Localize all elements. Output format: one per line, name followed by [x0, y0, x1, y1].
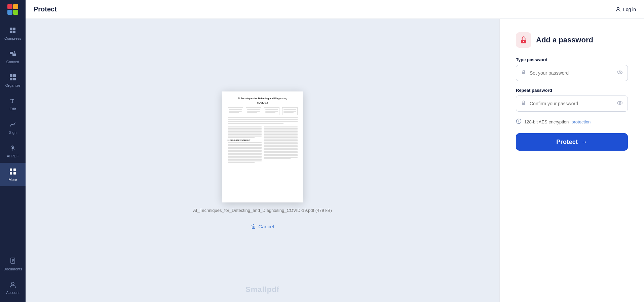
sign-label: Sign — [9, 130, 16, 135]
svg-text:T: T — [10, 98, 14, 104]
ai-pdf-icon — [9, 144, 16, 153]
confirm-password-input[interactable] — [530, 101, 613, 106]
svg-rect-2 — [10, 31, 12, 33]
protect-button-arrow: → — [581, 139, 587, 146]
sidebar-item-compress[interactable]: Compress — [0, 22, 26, 45]
protect-button[interactable]: Protect → — [516, 133, 628, 151]
pdf-preview: AI Techniques for Detecting and Diagnosi… — [222, 91, 303, 202]
topbar: Protect Log in — [26, 0, 644, 19]
sidebar-item-more[interactable]: More — [0, 163, 26, 186]
svg-rect-0 — [10, 28, 12, 30]
protect-button-label: Protect — [556, 139, 578, 146]
right-panel: Add a password Type password — [499, 19, 644, 302]
lock-icon-bg — [516, 32, 531, 48]
lock-small-icon-2 — [521, 100, 526, 107]
page-title: Protect — [34, 5, 57, 13]
lock-icon — [519, 36, 528, 44]
repeat-password-label: Repeat password — [516, 88, 628, 93]
info-icon — [516, 118, 522, 125]
compress-label: Compress — [4, 36, 21, 40]
svg-rect-8 — [10, 78, 12, 80]
lock-small-icon-1 — [521, 70, 526, 76]
svg-rect-7 — [13, 74, 16, 77]
preview-pane: AI Techniques for Detecting and Diagnosi… — [26, 19, 499, 302]
app-logo — [0, 0, 26, 19]
svg-point-11 — [12, 147, 14, 149]
sidebar-item-sign[interactable]: Sign — [0, 116, 26, 139]
eye-icon-1[interactable] — [617, 69, 623, 77]
user-icon — [615, 6, 621, 12]
encryption-link[interactable]: protection — [571, 119, 591, 124]
content-area: AI Techniques for Detecting and Diagnosi… — [26, 19, 644, 302]
svg-rect-1 — [13, 28, 15, 30]
account-icon — [9, 281, 16, 289]
cancel-area: 🗑 Cancel — [251, 224, 274, 230]
eye-icon-2[interactable] — [617, 100, 623, 107]
svg-rect-13 — [13, 168, 16, 171]
pdf-title-2: COVID-19 — [228, 101, 298, 105]
more-label: More — [8, 178, 17, 182]
svg-point-21 — [617, 7, 619, 9]
svg-rect-15 — [13, 172, 16, 175]
set-password-input[interactable] — [530, 70, 613, 76]
encryption-text: 128-bit AES encryption — [524, 119, 569, 124]
svg-rect-27 — [522, 103, 525, 105]
main-wrapper: Protect Log in AI Techniques for Detecti… — [26, 0, 644, 302]
compress-icon — [9, 27, 16, 35]
svg-rect-5 — [12, 53, 16, 56]
panel-title: Add a password — [536, 36, 593, 44]
svg-point-26 — [619, 72, 621, 73]
sidebar-item-convert[interactable]: Convert — [0, 45, 26, 69]
documents-icon — [9, 257, 16, 266]
svg-point-25 — [617, 71, 622, 74]
organize-label: Organize — [5, 83, 21, 87]
svg-rect-14 — [10, 172, 12, 175]
sign-icon — [9, 121, 16, 129]
svg-point-28 — [617, 102, 622, 105]
edit-icon: T — [9, 97, 16, 106]
panel-header: Add a password — [516, 32, 628, 48]
cancel-button[interactable]: 🗑 Cancel — [251, 224, 274, 230]
svg-point-20 — [11, 282, 14, 285]
sidebar-item-ai-pdf[interactable]: AI PDF — [0, 139, 26, 163]
logo-red-cell — [7, 4, 12, 9]
logo-green-cell — [13, 10, 18, 15]
convert-icon — [9, 50, 16, 59]
sidebar-item-documents[interactable]: Documents — [0, 252, 26, 276]
svg-rect-12 — [10, 168, 12, 171]
svg-point-23 — [523, 41, 524, 42]
ai-pdf-label: AI PDF — [7, 154, 18, 158]
pdf-title-1: AI Techniques for Detecting and Diagnosi… — [228, 97, 298, 100]
sidebar-item-edit[interactable]: T Edit — [0, 92, 26, 116]
svg-rect-6 — [10, 74, 12, 77]
type-password-wrap — [516, 65, 628, 81]
convert-label: Convert — [6, 60, 20, 64]
encryption-note: 128-bit AES encryption protection — [516, 118, 628, 125]
edit-label: Edit — [10, 107, 16, 111]
logo-blue-cell — [7, 10, 12, 15]
login-label: Log in — [623, 7, 636, 12]
svg-rect-3 — [13, 31, 15, 33]
documents-label: Documents — [3, 267, 22, 271]
svg-point-29 — [619, 102, 621, 104]
repeat-password-wrap — [516, 96, 628, 112]
watermark: Smallpdf — [245, 285, 279, 294]
organize-icon — [9, 74, 16, 82]
sidebar-item-account[interactable]: Account — [0, 276, 26, 299]
account-label: Account — [6, 291, 20, 295]
type-password-label: Type password — [516, 57, 628, 62]
login-button[interactable]: Log in — [615, 6, 636, 12]
logo-yellow-cell — [13, 4, 18, 9]
cancel-label: Cancel — [258, 224, 274, 229]
trash-icon: 🗑 — [251, 224, 256, 230]
svg-rect-24 — [522, 72, 525, 74]
sidebar-nav: Compress Convert Organize — [0, 19, 26, 252]
sidebar-bottom: Documents Account — [0, 252, 26, 302]
pdf-filename: AI_Techniques_for_Detecting_and_Diagnosi… — [193, 208, 332, 213]
sidebar: Compress Convert Organize — [0, 0, 26, 302]
svg-rect-9 — [13, 78, 16, 80]
more-icon — [9, 168, 16, 176]
sidebar-item-organize[interactable]: Organize — [0, 69, 26, 92]
